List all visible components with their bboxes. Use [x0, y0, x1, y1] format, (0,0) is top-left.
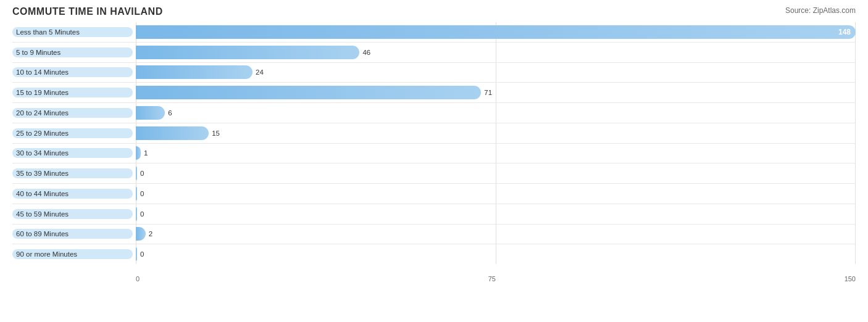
- bar-label: 20 to 24 Minutes: [12, 108, 133, 118]
- bar-track: 2: [136, 227, 856, 241]
- bar-row: 15 to 19 Minutes71: [12, 83, 856, 103]
- bar-track: 71: [136, 86, 856, 99]
- bar-row: 60 to 89 Minutes2: [12, 225, 856, 245]
- bar-fill: 0: [136, 167, 137, 180]
- bar-track: 15: [136, 126, 856, 140]
- bar-fill: 0: [136, 247, 137, 261]
- bar-row: 40 to 44 Minutes0: [12, 184, 856, 204]
- bar-value-label: 46: [362, 49, 370, 56]
- bar-fill: 0: [136, 207, 137, 221]
- chart-header: COMMUTE TIME IN HAVILAND Source: ZipAtla…: [12, 6, 856, 17]
- bar-track: 46: [136, 46, 856, 59]
- chart-title: COMMUTE TIME IN HAVILAND: [12, 6, 163, 17]
- bar-value-label: 148: [838, 28, 851, 36]
- bar-track: 0: [136, 187, 856, 200]
- chart-source: Source: ZipAtlas.com: [785, 6, 856, 15]
- bar-value-label: 0: [140, 170, 144, 177]
- bar-fill: 148: [136, 25, 856, 39]
- bar-value-label: 2: [149, 230, 152, 237]
- bar-label: 15 to 19 Minutes: [12, 88, 133, 97]
- bar-row: 30 to 34 Minutes1: [12, 144, 856, 164]
- bar-label: 60 to 89 Minutes: [12, 229, 133, 239]
- bar-row: 20 to 24 Minutes6: [12, 103, 856, 123]
- bar-value-label: 0: [140, 250, 144, 258]
- bar-track: 0: [136, 207, 856, 221]
- bar-track: 1: [136, 146, 856, 160]
- bar-track: 0: [136, 167, 856, 180]
- bar-label: 10 to 14 Minutes: [12, 67, 133, 77]
- bar-label: 30 to 34 Minutes: [12, 148, 133, 158]
- bar-label: 5 to 9 Minutes: [12, 47, 133, 57]
- chart-area: Less than 5 Minutes1485 to 9 Minutes4610…: [12, 22, 856, 283]
- bar-fill: 1: [136, 146, 141, 160]
- x-axis-label: 150: [845, 275, 856, 283]
- bar-value-label: 6: [168, 109, 172, 117]
- x-axis-label: 0: [136, 275, 140, 283]
- bar-value-label: 0: [140, 210, 144, 218]
- bar-row: Less than 5 Minutes148: [12, 22, 856, 43]
- bar-label: 25 to 29 Minutes: [12, 128, 133, 138]
- bar-value-label: 0: [140, 190, 144, 197]
- bar-row: 35 to 39 Minutes0: [12, 163, 856, 184]
- bar-value-label: 71: [484, 89, 492, 96]
- bar-row: 5 to 9 Minutes46: [12, 43, 856, 63]
- bar-fill: 46: [136, 46, 359, 59]
- bar-label: 40 to 44 Minutes: [12, 189, 133, 199]
- x-axis-label: 75: [488, 275, 496, 283]
- bar-fill: 0: [136, 187, 137, 200]
- bars-container: Less than 5 Minutes1485 to 9 Minutes4610…: [12, 22, 856, 264]
- bar-label: 45 to 59 Minutes: [12, 209, 133, 219]
- bar-fill: 6: [136, 106, 165, 120]
- bar-track: 6: [136, 106, 856, 120]
- bar-label: 90 or more Minutes: [12, 249, 133, 259]
- bar-fill: 24: [136, 65, 252, 79]
- bar-track: 0: [136, 247, 856, 261]
- bar-fill: 15: [136, 126, 209, 140]
- bar-row: 25 to 29 Minutes15: [12, 123, 856, 144]
- bar-track: 24: [136, 65, 856, 79]
- bar-value-label: 15: [212, 130, 220, 137]
- bar-track: 148: [136, 25, 856, 39]
- bar-row: 10 to 14 Minutes24: [12, 63, 856, 83]
- bar-row: 90 or more Minutes0: [12, 244, 856, 264]
- bar-value-label: 1: [144, 149, 148, 157]
- x-axis: 075150: [136, 275, 856, 283]
- bar-label: Less than 5 Minutes: [12, 27, 133, 37]
- bar-fill: 2: [136, 227, 146, 241]
- bar-label: 35 to 39 Minutes: [12, 168, 133, 178]
- bar-row: 45 to 59 Minutes0: [12, 204, 856, 225]
- chart-container: COMMUTE TIME IN HAVILAND Source: ZipAtla…: [0, 0, 868, 322]
- bar-value-label: 24: [256, 68, 264, 76]
- bar-fill: 71: [136, 86, 481, 99]
